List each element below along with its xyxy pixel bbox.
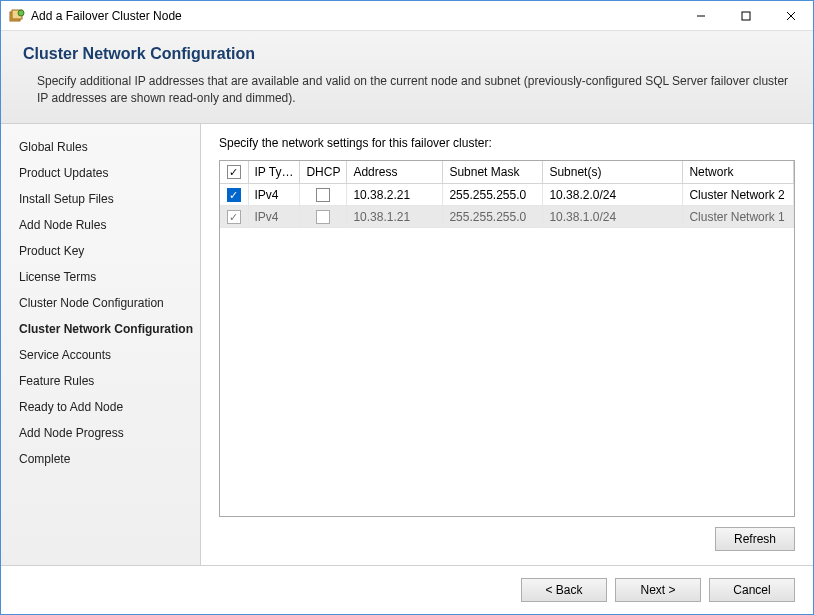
refresh-button[interactable]: Refresh	[715, 527, 795, 551]
row-checkbox	[227, 210, 241, 224]
cell-mask: 255.255.255.0	[443, 184, 543, 206]
titlebar: Add a Failover Cluster Node	[1, 1, 813, 31]
header-network[interactable]: Network	[683, 161, 794, 184]
network-table: IP Ty… DHCP Address Subnet Mask Subnet(s…	[220, 161, 794, 229]
window-title: Add a Failover Cluster Node	[31, 9, 678, 23]
select-all-checkbox[interactable]	[227, 165, 241, 179]
window: Add a Failover Cluster Node Cluster Netw…	[0, 0, 814, 615]
cancel-button[interactable]: Cancel	[709, 578, 795, 602]
network-table-container: IP Ty… DHCP Address Subnet Mask Subnet(s…	[219, 160, 795, 517]
body: Global RulesProduct UpdatesInstall Setup…	[1, 124, 813, 565]
row-checkbox[interactable]	[227, 188, 241, 202]
header-address[interactable]: Address	[347, 161, 443, 184]
maximize-button[interactable]	[723, 1, 768, 30]
window-controls	[678, 1, 813, 30]
sidebar-item[interactable]: Product Key	[15, 238, 200, 264]
page-description: Specify additional IP addresses that are…	[23, 73, 791, 107]
page-header: Cluster Network Configuration Specify ad…	[1, 31, 813, 124]
sidebar-item[interactable]: Global Rules	[15, 134, 200, 160]
svg-rect-4	[742, 12, 750, 20]
table-header-row: IP Ty… DHCP Address Subnet Mask Subnet(s…	[220, 161, 794, 184]
sidebar-item[interactable]: Add Node Progress	[15, 420, 200, 446]
cell-iptype: IPv4	[248, 184, 300, 206]
page-title: Cluster Network Configuration	[23, 45, 791, 63]
app-icon	[9, 8, 25, 24]
cell-address[interactable]: 10.38.2.21	[347, 184, 443, 206]
sidebar-item[interactable]: Ready to Add Node	[15, 394, 200, 420]
sidebar-item[interactable]: License Terms	[15, 264, 200, 290]
minimize-button[interactable]	[678, 1, 723, 30]
dhcp-checkbox	[316, 210, 330, 224]
header-dhcp[interactable]: DHCP	[300, 161, 347, 184]
svg-point-2	[18, 10, 24, 16]
table-row[interactable]: IPv410.38.2.21255.255.255.010.38.2.0/24C…	[220, 184, 794, 206]
sidebar-item[interactable]: Install Setup Files	[15, 186, 200, 212]
dhcp-checkbox[interactable]	[316, 188, 330, 202]
main-panel: Specify the network settings for this fa…	[201, 124, 813, 565]
sidebar-item[interactable]: Complete	[15, 446, 200, 472]
table-row: IPv410.38.1.21255.255.255.010.38.1.0/24C…	[220, 206, 794, 228]
next-button[interactable]: Next >	[615, 578, 701, 602]
sidebar-item[interactable]: Service Accounts	[15, 342, 200, 368]
header-subnets[interactable]: Subnet(s)	[543, 161, 683, 184]
footer: < Back Next > Cancel	[1, 565, 813, 614]
back-button[interactable]: < Back	[521, 578, 607, 602]
sidebar-item[interactable]: Cluster Network Configuration	[15, 316, 200, 342]
cell-network: Cluster Network 2	[683, 184, 794, 206]
sidebar-item[interactable]: Add Node Rules	[15, 212, 200, 238]
cell-mask: 255.255.255.0	[443, 206, 543, 228]
cell-subnets: 10.38.1.0/24	[543, 206, 683, 228]
sidebar-item[interactable]: Product Updates	[15, 160, 200, 186]
cell-network: Cluster Network 1	[683, 206, 794, 228]
cell-subnets: 10.38.2.0/24	[543, 184, 683, 206]
header-mask[interactable]: Subnet Mask	[443, 161, 543, 184]
cell-address: 10.38.1.21	[347, 206, 443, 228]
close-button[interactable]	[768, 1, 813, 30]
sidebar: Global RulesProduct UpdatesInstall Setup…	[1, 124, 201, 565]
cell-iptype: IPv4	[248, 206, 300, 228]
instruction-text: Specify the network settings for this fa…	[219, 136, 795, 150]
refresh-row: Refresh	[219, 527, 795, 551]
sidebar-item[interactable]: Cluster Node Configuration	[15, 290, 200, 316]
header-iptype[interactable]: IP Ty…	[248, 161, 300, 184]
header-check[interactable]	[220, 161, 248, 184]
sidebar-item[interactable]: Feature Rules	[15, 368, 200, 394]
